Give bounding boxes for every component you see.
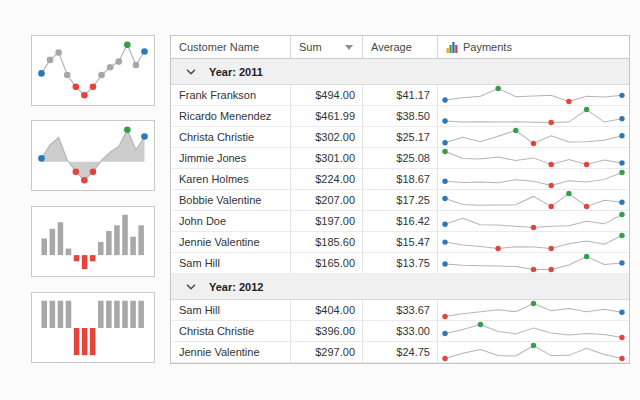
winloss-sparkline-preview xyxy=(32,293,154,362)
payments-sparkline-cell[interactable] xyxy=(438,232,629,252)
payments-sparkline-cell[interactable] xyxy=(438,148,629,168)
area-sparkline-preview xyxy=(32,121,154,190)
payments-sparkline xyxy=(438,211,629,231)
table-row[interactable]: Frank Frankson$494.00$41.17 xyxy=(171,85,629,106)
table-row[interactable]: Sam Hill$404.00$33.67 xyxy=(171,300,629,321)
payments-sparkline xyxy=(438,300,629,320)
payments-sparkline-cell[interactable] xyxy=(438,127,629,147)
column-label-average: Average xyxy=(371,36,412,58)
thumbnail-winloss-sparkline[interactable] xyxy=(31,292,155,363)
payments-sparkline xyxy=(438,190,629,210)
average-cell[interactable]: $25.17 xyxy=(363,127,438,147)
chevron-down-icon[interactable] xyxy=(186,69,196,75)
table-row[interactable]: Jennie Valentine$185.60$15.47 xyxy=(171,232,629,253)
payments-sparkline-cell[interactable] xyxy=(438,106,629,126)
line-sparkline-preview xyxy=(32,36,154,105)
average-cell[interactable]: $18.67 xyxy=(363,169,438,189)
bar-chart-icon xyxy=(446,41,458,53)
payments-sparkline xyxy=(438,232,629,252)
sum-cell[interactable]: $396.00 xyxy=(291,321,363,341)
customer-name-cell[interactable]: John Doe xyxy=(171,211,291,231)
payments-sparkline xyxy=(438,85,629,105)
table-row[interactable]: Karen Holmes$224.00$18.67 xyxy=(171,169,629,190)
payments-sparkline xyxy=(438,106,629,126)
payments-sparkline xyxy=(438,321,629,341)
average-cell[interactable]: $13.75 xyxy=(363,253,438,273)
bar-sparkline-preview xyxy=(32,207,154,276)
customer-name-cell[interactable]: Jimmie Jones xyxy=(171,148,291,168)
group-row-label: Year: 2011 xyxy=(209,66,263,78)
average-cell[interactable]: $24.75 xyxy=(363,342,438,362)
customer-name-cell[interactable]: Sam Hill xyxy=(171,253,291,273)
payments-sparkline-cell[interactable] xyxy=(438,211,629,231)
thumbnail-area-sparkline[interactable] xyxy=(31,120,155,191)
sum-cell[interactable]: $224.00 xyxy=(291,169,363,189)
payments-sparkline-cell[interactable] xyxy=(438,190,629,210)
column-header-customer-name[interactable]: Customer Name xyxy=(171,36,291,58)
sum-cell[interactable]: $297.00 xyxy=(291,342,363,362)
customer-name-cell[interactable]: Frank Frankson xyxy=(171,85,291,105)
column-header-payments[interactable]: Payments xyxy=(438,36,629,58)
average-cell[interactable]: $41.17 xyxy=(363,85,438,105)
payments-sparkline-cell[interactable] xyxy=(438,169,629,189)
customer-name-cell[interactable]: Jennie Valentine xyxy=(171,232,291,252)
column-label-payments: Payments xyxy=(463,36,512,58)
payments-sparkline-cell[interactable] xyxy=(438,85,629,105)
column-header-sum[interactable]: Sum xyxy=(291,36,363,58)
payments-sparkline-cell[interactable] xyxy=(438,300,629,320)
table-row[interactable]: Christa Christie$396.00$33.00 xyxy=(171,321,629,342)
table-row[interactable]: Ricardo Menendez$461.99$38.50 xyxy=(171,106,629,127)
sum-cell[interactable]: $494.00 xyxy=(291,85,363,105)
grid-header: Customer Name Sum Average Payments xyxy=(171,36,629,59)
chevron-down-icon[interactable] xyxy=(186,284,196,290)
table-row[interactable]: Bobbie Valentine$207.00$17.25 xyxy=(171,190,629,211)
payments-sparkline xyxy=(438,169,629,189)
customer-name-cell[interactable]: Christa Christie xyxy=(171,127,291,147)
payments-sparkline xyxy=(438,342,629,362)
sum-cell[interactable]: $185.60 xyxy=(291,232,363,252)
average-cell[interactable]: $17.25 xyxy=(363,190,438,210)
sum-cell[interactable]: $302.00 xyxy=(291,127,363,147)
payments-sparkline-cell[interactable] xyxy=(438,253,629,273)
table-row[interactable]: Jimmie Jones$301.00$25.08 xyxy=(171,148,629,169)
sum-cell[interactable]: $207.00 xyxy=(291,190,363,210)
group-row-2012[interactable]: Year: 2012 xyxy=(171,274,629,300)
payments-sparkline xyxy=(438,127,629,147)
table-row[interactable]: John Doe$197.00$16.42 xyxy=(171,211,629,232)
average-cell[interactable]: $15.47 xyxy=(363,232,438,252)
customer-name-cell[interactable]: Ricardo Menendez xyxy=(171,106,291,126)
payments-sparkline xyxy=(438,253,629,273)
column-label-customer-name: Customer Name xyxy=(179,36,259,58)
group-row-2011[interactable]: Year: 2011 xyxy=(171,59,629,85)
sum-cell[interactable]: $165.00 xyxy=(291,253,363,273)
average-cell[interactable]: $38.50 xyxy=(363,106,438,126)
customer-name-cell[interactable]: Karen Holmes xyxy=(171,169,291,189)
sum-cell[interactable]: $301.00 xyxy=(291,148,363,168)
thumbnail-bar-sparkline[interactable] xyxy=(31,206,155,277)
sum-cell[interactable]: $197.00 xyxy=(291,211,363,231)
customers-grid: Customer Name Sum Average Payments Year:… xyxy=(170,35,630,364)
average-cell[interactable]: $16.42 xyxy=(363,211,438,231)
customer-name-cell[interactable]: Sam Hill xyxy=(171,300,291,320)
customer-name-cell[interactable]: Christa Christie xyxy=(171,321,291,341)
column-header-average[interactable]: Average xyxy=(363,36,438,58)
sum-cell[interactable]: $461.99 xyxy=(291,106,363,126)
average-cell[interactable]: $33.67 xyxy=(363,300,438,320)
average-cell[interactable]: $33.00 xyxy=(363,321,438,341)
sort-descending-icon xyxy=(345,45,353,50)
thumbnail-line-sparkline[interactable] xyxy=(31,35,155,106)
customer-name-cell[interactable]: Jennie Valentine xyxy=(171,342,291,362)
table-row[interactable]: Jennie Valentine$297.00$24.75 xyxy=(171,342,629,363)
group-row-label: Year: 2012 xyxy=(209,281,263,293)
payments-sparkline-cell[interactable] xyxy=(438,321,629,341)
sum-cell[interactable]: $404.00 xyxy=(291,300,363,320)
customer-name-cell[interactable]: Bobbie Valentine xyxy=(171,190,291,210)
grid-body: Year: 2011Frank Frankson$494.00$41.17Ric… xyxy=(171,59,629,363)
column-label-sum: Sum xyxy=(299,36,322,58)
average-cell[interactable]: $25.08 xyxy=(363,148,438,168)
table-row[interactable]: Sam Hill$165.00$13.75 xyxy=(171,253,629,274)
payments-sparkline-cell[interactable] xyxy=(438,342,629,362)
table-row[interactable]: Christa Christie$302.00$25.17 xyxy=(171,127,629,148)
payments-sparkline xyxy=(438,148,629,168)
